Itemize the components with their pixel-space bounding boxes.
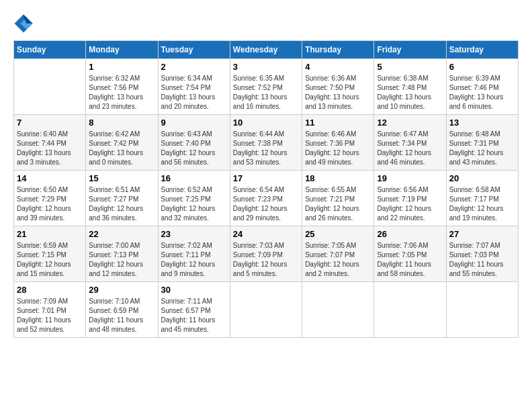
day-sun-info: Sunrise: 7:06 AMSunset: 7:05 PMDaylight:… (377, 241, 443, 279)
day-sun-info: Sunrise: 6:54 AMSunset: 7:23 PMDaylight:… (233, 185, 299, 223)
day-sun-info: Sunrise: 7:02 AMSunset: 7:11 PMDaylight:… (161, 241, 227, 279)
day-number: 21 (17, 229, 83, 239)
day-sun-info: Sunrise: 6:46 AMSunset: 7:36 PMDaylight:… (305, 130, 371, 167)
day-sun-info: Sunrise: 6:40 AMSunset: 7:44 PMDaylight:… (17, 130, 83, 167)
day-sun-info: Sunrise: 6:35 AMSunset: 7:52 PMDaylight:… (233, 74, 299, 111)
day-sun-info: Sunrise: 7:07 AMSunset: 7:03 PMDaylight:… (449, 241, 515, 279)
day-number: 13 (449, 118, 515, 128)
day-number: 19 (377, 173, 443, 183)
calendar-day-cell: 22Sunrise: 7:00 AMSunset: 7:13 PMDayligh… (86, 226, 158, 282)
calendar-day-cell: 13Sunrise: 6:48 AMSunset: 7:31 PMDayligh… (446, 115, 518, 171)
day-sun-info: Sunrise: 6:48 AMSunset: 7:31 PMDaylight:… (449, 130, 515, 167)
day-sun-info: Sunrise: 6:52 AMSunset: 7:25 PMDaylight:… (161, 185, 227, 223)
day-sun-info: Sunrise: 6:39 AMSunset: 7:46 PMDaylight:… (449, 74, 515, 111)
calendar-day-cell: 18Sunrise: 6:55 AMSunset: 7:21 PMDayligh… (302, 171, 374, 226)
day-sun-info: Sunrise: 6:44 AMSunset: 7:38 PMDaylight:… (233, 130, 299, 167)
calendar-week-row: 14Sunrise: 6:50 AMSunset: 7:29 PMDayligh… (14, 171, 519, 226)
calendar-day-cell: 9Sunrise: 6:43 AMSunset: 7:40 PMDaylight… (158, 115, 230, 171)
day-sun-info: Sunrise: 7:10 AMSunset: 6:59 PMDaylight:… (89, 297, 154, 334)
calendar-week-row: 1Sunrise: 6:32 AMSunset: 7:56 PMDaylight… (14, 59, 519, 115)
day-number: 23 (161, 229, 227, 239)
day-number: 26 (377, 229, 443, 239)
calendar-day-cell: 11Sunrise: 6:46 AMSunset: 7:36 PMDayligh… (302, 115, 374, 171)
day-number: 10 (233, 118, 299, 128)
calendar-day-cell: 15Sunrise: 6:51 AMSunset: 7:27 PMDayligh… (86, 171, 158, 226)
day-sun-info: Sunrise: 6:32 AMSunset: 7:56 PMDaylight:… (89, 74, 154, 111)
calendar-header-row: SundayMondayTuesdayWednesdayThursdayFrid… (14, 41, 519, 59)
day-number: 6 (449, 62, 515, 72)
calendar-day-cell (446, 282, 518, 338)
day-sun-info: Sunrise: 6:51 AMSunset: 7:27 PMDaylight:… (89, 185, 154, 223)
day-number: 2 (161, 62, 227, 72)
day-sun-info: Sunrise: 6:56 AMSunset: 7:19 PMDaylight:… (377, 185, 443, 223)
day-number: 5 (377, 62, 443, 72)
day-sun-info: Sunrise: 7:03 AMSunset: 7:09 PMDaylight:… (233, 241, 299, 279)
day-number: 14 (17, 173, 83, 183)
calendar-day-cell: 12Sunrise: 6:47 AMSunset: 7:34 PMDayligh… (374, 115, 446, 171)
calendar-day-cell: 30Sunrise: 7:11 AMSunset: 6:57 PMDayligh… (158, 282, 230, 338)
calendar-day-cell: 19Sunrise: 6:56 AMSunset: 7:19 PMDayligh… (374, 171, 446, 226)
day-sun-info: Sunrise: 7:00 AMSunset: 7:13 PMDaylight:… (89, 241, 154, 279)
calendar-day-cell: 28Sunrise: 7:09 AMSunset: 7:01 PMDayligh… (14, 282, 86, 338)
day-sun-info: Sunrise: 7:05 AMSunset: 7:07 PMDaylight:… (305, 241, 371, 279)
day-number: 12 (377, 118, 443, 128)
page-header (13, 13, 519, 34)
day-number: 1 (89, 62, 154, 72)
day-number: 20 (449, 173, 515, 183)
day-number: 15 (89, 173, 154, 183)
calendar-week-row: 7Sunrise: 6:40 AMSunset: 7:44 PMDaylight… (14, 115, 519, 171)
calendar-day-cell: 6Sunrise: 6:39 AMSunset: 7:46 PMDaylight… (446, 59, 518, 115)
calendar-day-cell: 24Sunrise: 7:03 AMSunset: 7:09 PMDayligh… (230, 226, 302, 282)
calendar-day-cell: 26Sunrise: 7:06 AMSunset: 7:05 PMDayligh… (374, 226, 446, 282)
calendar-day-cell: 1Sunrise: 6:32 AMSunset: 7:56 PMDaylight… (86, 59, 158, 115)
logo (13, 13, 36, 34)
day-number: 27 (449, 229, 515, 239)
day-number: 22 (89, 229, 154, 239)
calendar-day-cell: 23Sunrise: 7:02 AMSunset: 7:11 PMDayligh… (158, 226, 230, 282)
day-sun-info: Sunrise: 6:38 AMSunset: 7:48 PMDaylight:… (377, 74, 443, 111)
day-number: 16 (161, 173, 227, 183)
calendar-day-cell (374, 282, 446, 338)
calendar-day-cell: 10Sunrise: 6:44 AMSunset: 7:38 PMDayligh… (230, 115, 302, 171)
calendar-day-cell: 14Sunrise: 6:50 AMSunset: 7:29 PMDayligh… (14, 171, 86, 226)
day-number: 3 (233, 62, 299, 72)
day-number: 25 (305, 229, 371, 239)
day-of-week-header: Saturday (446, 41, 518, 59)
calendar-day-cell: 27Sunrise: 7:07 AMSunset: 7:03 PMDayligh… (446, 226, 518, 282)
day-sun-info: Sunrise: 7:11 AMSunset: 6:57 PMDaylight:… (161, 297, 227, 334)
day-number: 7 (17, 118, 83, 128)
calendar-week-row: 28Sunrise: 7:09 AMSunset: 7:01 PMDayligh… (14, 282, 519, 338)
calendar-day-cell: 5Sunrise: 6:38 AMSunset: 7:48 PMDaylight… (374, 59, 446, 115)
calendar-day-cell: 3Sunrise: 6:35 AMSunset: 7:52 PMDaylight… (230, 59, 302, 115)
day-sun-info: Sunrise: 6:47 AMSunset: 7:34 PMDaylight:… (377, 130, 443, 167)
day-sun-info: Sunrise: 6:42 AMSunset: 7:42 PMDaylight:… (89, 130, 154, 167)
calendar-day-cell: 21Sunrise: 6:59 AMSunset: 7:15 PMDayligh… (14, 226, 86, 282)
day-sun-info: Sunrise: 6:50 AMSunset: 7:29 PMDaylight:… (17, 185, 83, 223)
day-of-week-header: Thursday (302, 41, 374, 59)
calendar-day-cell: 29Sunrise: 7:10 AMSunset: 6:59 PMDayligh… (86, 282, 158, 338)
day-sun-info: Sunrise: 6:36 AMSunset: 7:50 PMDaylight:… (305, 74, 371, 111)
day-sun-info: Sunrise: 7:09 AMSunset: 7:01 PMDaylight:… (17, 297, 83, 334)
calendar-day-cell: 25Sunrise: 7:05 AMSunset: 7:07 PMDayligh… (302, 226, 374, 282)
calendar-day-cell (230, 282, 302, 338)
day-number: 17 (233, 173, 299, 183)
day-of-week-header: Wednesday (230, 41, 302, 59)
day-number: 4 (305, 62, 371, 72)
calendar-week-row: 21Sunrise: 6:59 AMSunset: 7:15 PMDayligh… (14, 226, 519, 282)
day-number: 30 (161, 285, 227, 295)
day-of-week-header: Friday (374, 41, 446, 59)
calendar-day-cell: 16Sunrise: 6:52 AMSunset: 7:25 PMDayligh… (158, 171, 230, 226)
day-number: 28 (17, 285, 83, 295)
day-number: 11 (305, 118, 371, 128)
calendar-day-cell: 17Sunrise: 6:54 AMSunset: 7:23 PMDayligh… (230, 171, 302, 226)
logo-icon (13, 13, 34, 34)
calendar-day-cell: 4Sunrise: 6:36 AMSunset: 7:50 PMDaylight… (302, 59, 374, 115)
calendar-day-cell: 8Sunrise: 6:42 AMSunset: 7:42 PMDaylight… (86, 115, 158, 171)
day-sun-info: Sunrise: 6:43 AMSunset: 7:40 PMDaylight:… (161, 130, 227, 167)
calendar-table: SundayMondayTuesdayWednesdayThursdayFrid… (13, 40, 519, 338)
day-number: 24 (233, 229, 299, 239)
day-number: 18 (305, 173, 371, 183)
day-sun-info: Sunrise: 6:58 AMSunset: 7:17 PMDaylight:… (449, 185, 515, 223)
day-sun-info: Sunrise: 6:55 AMSunset: 7:21 PMDaylight:… (305, 185, 371, 223)
day-of-week-header: Monday (86, 41, 158, 59)
